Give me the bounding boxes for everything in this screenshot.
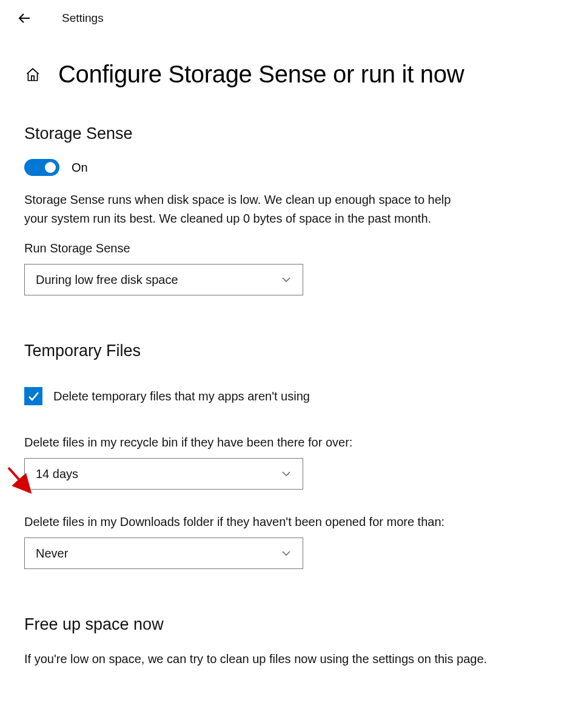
run-storage-sense-label: Run Storage Sense bbox=[24, 241, 543, 255]
downloads-value: Never bbox=[36, 547, 68, 561]
recycle-bin-dropdown[interactable]: 14 days bbox=[24, 458, 303, 490]
header-bar: Settings bbox=[0, 0, 567, 36]
storage-sense-toggle[interactable] bbox=[24, 159, 59, 176]
storage-sense-section: Storage Sense On Storage Sense runs when… bbox=[24, 124, 543, 295]
back-arrow-icon[interactable] bbox=[17, 11, 32, 25]
temporary-files-section: Temporary Files Delete temporary files t… bbox=[24, 342, 543, 569]
storage-sense-description: Storage Sense runs when disk space is lo… bbox=[24, 190, 467, 228]
run-storage-sense-value: During low free disk space bbox=[36, 273, 178, 287]
downloads-dropdown[interactable]: Never bbox=[24, 538, 303, 569]
home-icon[interactable] bbox=[24, 66, 41, 83]
header-title: Settings bbox=[62, 12, 104, 25]
recycle-bin-value: 14 days bbox=[36, 467, 78, 481]
storage-sense-toggle-label: On bbox=[72, 161, 88, 175]
storage-sense-heading: Storage Sense bbox=[24, 124, 543, 143]
free-up-space-section: Free up space now If you're low on space… bbox=[24, 615, 543, 669]
delete-temp-files-checkbox[interactable] bbox=[24, 387, 42, 405]
page-heading-row: Configure Storage Sense or run it now bbox=[24, 61, 543, 88]
chevron-down-icon bbox=[281, 468, 292, 479]
delete-temp-files-row: Delete temporary files that my apps aren… bbox=[24, 387, 543, 405]
delete-temp-files-label: Delete temporary files that my apps aren… bbox=[53, 389, 310, 403]
toggle-knob bbox=[45, 162, 56, 173]
recycle-bin-label: Delete files in my recycle bin if they h… bbox=[24, 436, 543, 450]
run-storage-sense-dropdown[interactable]: During low free disk space bbox=[24, 264, 303, 295]
free-up-space-description: If you're low on space, we can try to cl… bbox=[24, 650, 543, 669]
temporary-files-heading: Temporary Files bbox=[24, 342, 543, 360]
downloads-label: Delete files in my Downloads folder if t… bbox=[24, 515, 543, 529]
storage-sense-toggle-row: On bbox=[24, 159, 543, 176]
chevron-down-icon bbox=[281, 548, 292, 559]
free-up-space-heading: Free up space now bbox=[24, 615, 543, 634]
page-title: Configure Storage Sense or run it now bbox=[58, 61, 464, 88]
chevron-down-icon bbox=[281, 274, 292, 285]
